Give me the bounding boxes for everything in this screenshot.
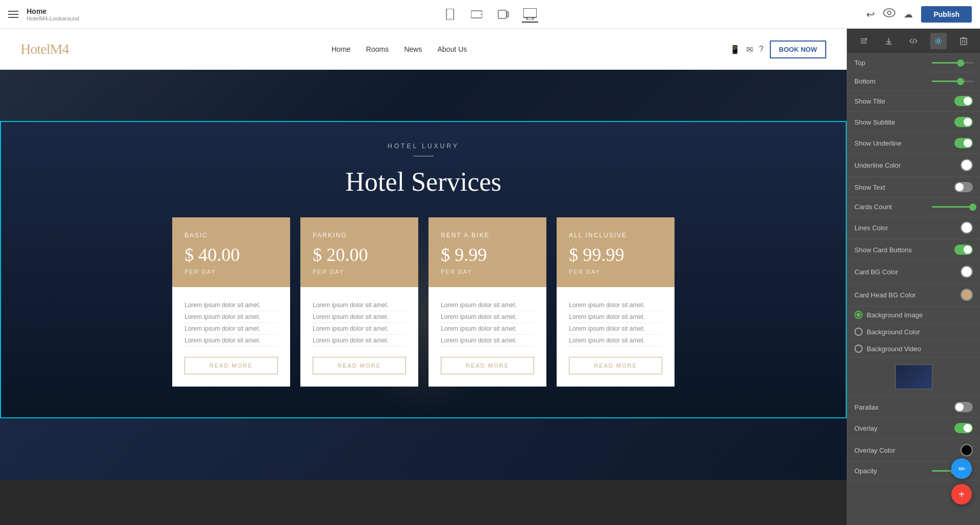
list-item: Lorem ipsum dolor sit amet.: [441, 335, 534, 347]
logo-text: Hotel: [21, 41, 50, 57]
svg-point-1: [450, 18, 451, 19]
list-item: Lorem ipsum dolor sit amet.: [313, 335, 406, 347]
panel-toolbar: [847, 29, 980, 54]
card-price-all-inclusive: $ 99.99: [569, 244, 662, 266]
top-slider[interactable]: [932, 62, 973, 64]
book-now-button[interactable]: BOOK NOW: [770, 41, 826, 58]
card-btn-parking[interactable]: READ MORE: [313, 357, 406, 374]
services-content: HOTEL LUXURY Hotel Services BASIC $ 40.0…: [22, 143, 825, 387]
canvas-area: HotelM4 Home Rooms News About Us 📱 ✉ ? B…: [0, 29, 980, 525]
card-price-rent-bike: $ 9.99: [441, 244, 534, 266]
mobile-device-btn[interactable]: [442, 6, 458, 23]
email-icon[interactable]: ✉: [746, 45, 753, 54]
overlay-toggle[interactable]: [954, 423, 973, 433]
card-head-all-inclusive: ALL INCLUSIVE $ 99.99 PER DAY: [557, 217, 675, 287]
top-toolbar: Home HotelM4-Lookaround ↩ ☁ Publish: [0, 0, 980, 29]
panel-row-top: Top: [847, 54, 980, 72]
show-subtitle-toggle[interactable]: [954, 117, 973, 127]
card-basic: BASIC $ 40.00 PER DAY Lorem ipsum dolor …: [172, 217, 290, 387]
card-bg-color-swatch[interactable]: [961, 266, 973, 278]
cards-count-slider[interactable]: [932, 206, 973, 208]
panel-row-bg-video: Background Video: [847, 340, 980, 357]
svg-point-18: [937, 40, 940, 43]
hero-bg-strip: [0, 70, 847, 121]
bottom-section: [0, 418, 847, 480]
card-btn-rent-bike[interactable]: READ MORE: [441, 357, 534, 374]
opacity-label: Opacity: [854, 467, 877, 475]
lines-color-swatch[interactable]: [961, 221, 973, 234]
panel-row-underline-color: Underline Color: [847, 154, 980, 177]
overlay-color-swatch[interactable]: [961, 444, 973, 456]
show-subtitle-label: Show Subtitle: [854, 118, 895, 126]
parallax-toggle[interactable]: [954, 402, 973, 412]
card-rent-bike: RENT A BIKE $ 9.99 PER DAY Lorem ipsum d…: [428, 217, 546, 387]
panel-row-show-card-buttons: Show Card Buttons: [847, 239, 980, 260]
desktop-device-btn[interactable]: [522, 6, 538, 23]
card-body-all-inclusive: Lorem ipsum dolor sit amet. Lorem ipsum …: [557, 287, 675, 387]
show-card-buttons-toggle[interactable]: [954, 245, 973, 255]
nav-links: Home Rooms News About Us: [332, 45, 467, 53]
nav-rooms[interactable]: Rooms: [366, 45, 389, 53]
svg-rect-6: [523, 8, 537, 17]
underline-color-label: Underline Color: [854, 161, 901, 169]
card-title-all-inclusive: ALL INCLUSIVE: [569, 232, 662, 239]
overlay-color-label: Overlay Color: [854, 447, 895, 454]
underline-color-swatch[interactable]: [961, 159, 973, 171]
panel-tool-delete[interactable]: [955, 33, 972, 49]
list-item: Lorem ipsum dolor sit amet.: [569, 299, 662, 311]
preview-button[interactable]: [883, 8, 895, 20]
show-title-toggle[interactable]: [954, 96, 973, 106]
publish-button[interactable]: Publish: [921, 6, 972, 23]
hamburger-menu[interactable]: [8, 11, 18, 18]
bg-thumbnail-container[interactable]: [847, 357, 980, 397]
panel-row-show-title: Show Title: [847, 91, 980, 112]
card-bg-color-label: Card BG Color: [854, 268, 898, 276]
overlay-label: Overlay: [854, 425, 877, 432]
card-period-all-inclusive: PER DAY: [569, 269, 662, 275]
phone-icon[interactable]: 📱: [730, 45, 740, 54]
card-head-basic: BASIC $ 40.00 PER DAY: [172, 217, 290, 287]
edit-fab-button[interactable]: ✏: [951, 458, 972, 479]
publish-icon: ☁: [904, 9, 913, 20]
tablet-device-btn[interactable]: [468, 6, 485, 23]
nav-about[interactable]: About Us: [437, 45, 467, 53]
undo-button[interactable]: ↩: [866, 8, 875, 21]
bg-thumbnail[interactable]: [895, 365, 932, 389]
nav-news[interactable]: News: [404, 45, 422, 53]
bg-image-radio[interactable]: [854, 311, 863, 319]
add-fab-button[interactable]: +: [951, 484, 972, 504]
card-btn-all-inclusive[interactable]: READ MORE: [569, 357, 662, 374]
show-title-label: Show Title: [854, 97, 885, 105]
card-head-bg-color-swatch[interactable]: [961, 289, 973, 301]
svg-line-17: [913, 38, 914, 44]
bg-color-label: Background Color: [867, 328, 920, 336]
show-text-toggle[interactable]: [954, 182, 973, 192]
bottom-slider[interactable]: [932, 80, 973, 82]
list-item: Lorem ipsum dolor sit amet.: [185, 311, 278, 323]
panel-tool-download[interactable]: [881, 33, 897, 49]
card-btn-basic[interactable]: READ MORE: [185, 357, 278, 374]
panel-tool-sort[interactable]: [855, 33, 872, 49]
help-icon[interactable]: ?: [759, 45, 764, 54]
list-item: Lorem ipsum dolor sit amet.: [185, 299, 278, 311]
nav-home[interactable]: Home: [332, 45, 351, 53]
panel-row-parallax: Parallax: [847, 397, 980, 418]
show-underline-toggle[interactable]: [954, 138, 973, 148]
panel-tool-settings[interactable]: [930, 33, 947, 49]
card-features-rent-bike: Lorem ipsum dolor sit amet. Lorem ipsum …: [441, 299, 534, 347]
panel-row-card-bg-color: Card BG Color: [847, 260, 980, 284]
list-item: Lorem ipsum dolor sit amet.: [313, 311, 406, 323]
bg-color-radio[interactable]: [854, 328, 863, 336]
panel-tool-code[interactable]: [905, 33, 922, 49]
toolbar-right: ↩ ☁ Publish: [866, 6, 972, 23]
card-title-rent-bike: RENT A BIKE: [441, 232, 534, 239]
page-canvas: HotelM4 Home Rooms News About Us 📱 ✉ ? B…: [0, 29, 847, 525]
tablet-landscape-btn[interactable]: [495, 6, 512, 23]
show-text-label: Show Text: [854, 184, 885, 191]
card-period-rent-bike: PER DAY: [441, 269, 534, 275]
card-period-parking: PER DAY: [313, 269, 406, 275]
list-item: Lorem ipsum dolor sit amet.: [441, 323, 534, 335]
bg-video-radio[interactable]: [854, 345, 863, 353]
card-title-parking: PARKING: [313, 232, 406, 239]
svg-point-10: [884, 9, 895, 17]
